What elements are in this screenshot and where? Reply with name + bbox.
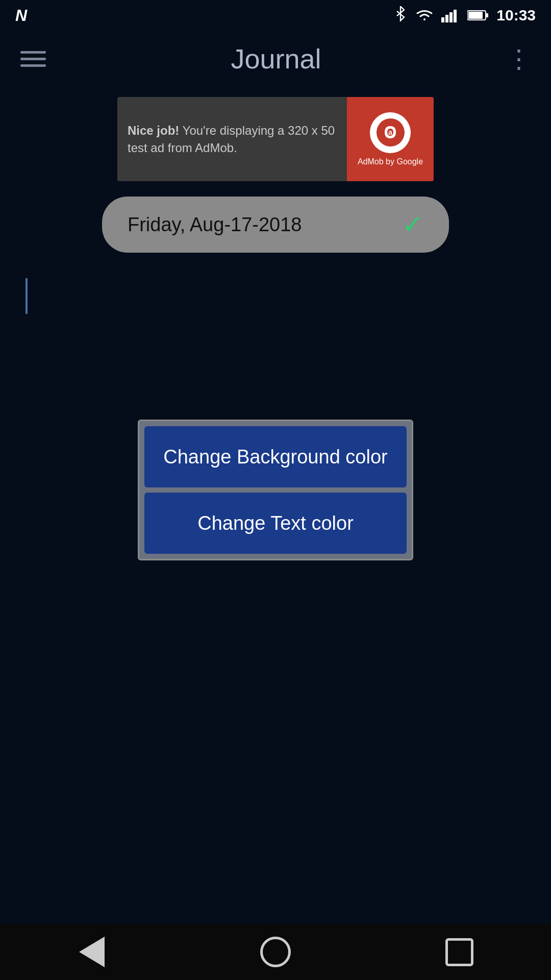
status-time: 10:33 bbox=[496, 7, 536, 24]
svg-text:a: a bbox=[388, 128, 392, 136]
more-options-icon[interactable]: ⋮ bbox=[506, 44, 531, 74]
ad-text: Nice job! You're displaying a 320 x 50 t… bbox=[128, 122, 337, 156]
svg-rect-3 bbox=[454, 10, 457, 22]
ad-text-area: Nice job! You're displaying a 320 x 50 t… bbox=[117, 97, 347, 181]
admob-label: AdMob by Google bbox=[358, 157, 423, 166]
status-bar: N 10:33 bbox=[0, 0, 551, 31]
svg-rect-1 bbox=[445, 15, 448, 22]
home-circle-icon bbox=[260, 937, 291, 967]
nav-bar bbox=[0, 924, 551, 980]
check-icon: ✓ bbox=[402, 210, 423, 239]
ad-logo-area: a AdMob by Google bbox=[347, 97, 434, 181]
journal-entry-area[interactable] bbox=[0, 268, 551, 360]
admob-logo-circle: a bbox=[370, 112, 411, 153]
change-background-color-button[interactable]: Change Background color bbox=[144, 426, 407, 487]
svg-rect-2 bbox=[449, 12, 453, 22]
ad-banner: Nice job! You're displaying a 320 x 50 t… bbox=[117, 97, 434, 181]
svg-rect-0 bbox=[441, 17, 444, 22]
ad-bold-text: Nice job! bbox=[128, 124, 179, 137]
bluetooth-icon bbox=[393, 6, 408, 24]
status-bar-left: N bbox=[15, 6, 27, 25]
date-bar[interactable]: Friday, Aug-17-2018 ✓ bbox=[102, 197, 449, 253]
home-button[interactable] bbox=[255, 932, 296, 972]
date-text: Friday, Aug-17-2018 bbox=[128, 214, 302, 236]
color-options-dialog: Change Background color Change Text colo… bbox=[138, 420, 413, 560]
app-title: Journal bbox=[231, 43, 321, 75]
status-bar-right: 10:33 bbox=[393, 6, 536, 24]
menu-icon[interactable] bbox=[20, 51, 46, 67]
admob-logo-inner: a bbox=[377, 118, 405, 146]
recents-button[interactable] bbox=[439, 932, 480, 972]
back-arrow-icon bbox=[79, 937, 105, 967]
svg-rect-6 bbox=[468, 12, 483, 19]
change-text-color-button[interactable]: Change Text color bbox=[144, 493, 407, 554]
back-button[interactable] bbox=[71, 932, 112, 972]
wifi-icon bbox=[415, 8, 434, 22]
app-logo-icon: N bbox=[15, 6, 27, 25]
admob-logo-icon: a bbox=[382, 124, 399, 141]
svg-rect-5 bbox=[486, 13, 488, 17]
app-bar: Journal ⋮ bbox=[0, 31, 551, 87]
recents-square-icon bbox=[445, 938, 473, 966]
text-cursor bbox=[26, 278, 28, 314]
battery-icon bbox=[467, 9, 489, 21]
signal-icon bbox=[441, 8, 460, 22]
